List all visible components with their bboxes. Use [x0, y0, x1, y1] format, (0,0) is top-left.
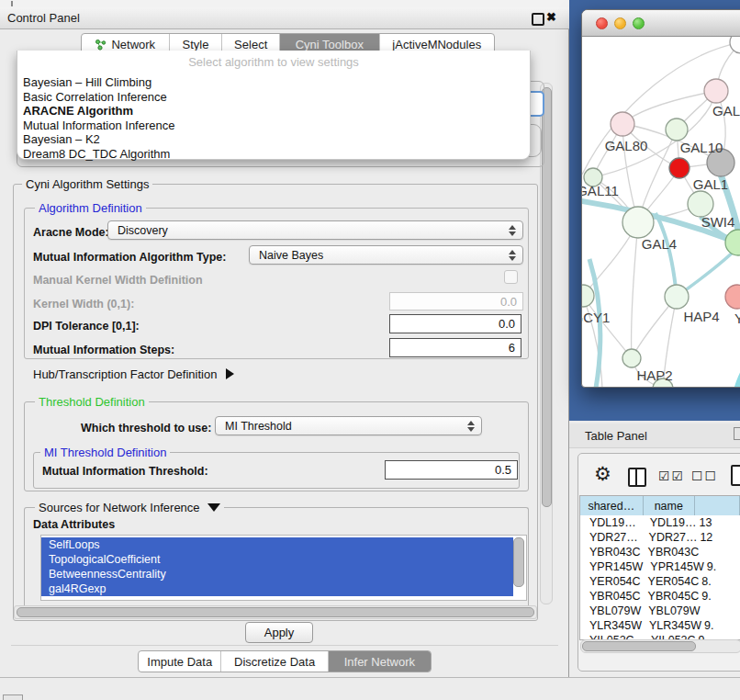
- node-label: GAL11: [582, 183, 619, 198]
- dropdown-item-basic-correlation[interactable]: Basic Correlation Inference: [17, 90, 530, 105]
- node-salmon[interactable]: [725, 285, 740, 309]
- minimize-traffic-light-icon[interactable]: [614, 17, 626, 29]
- tab-discretize-data[interactable]: Discretize Data: [221, 651, 328, 672]
- threshold-definition-title: Threshold Definition: [35, 395, 149, 409]
- table-panel-titlebar[interactable]: Table Panel: [569, 423, 740, 448]
- list-item[interactable]: gal4RGexp: [41, 581, 513, 596]
- panel-bottom-divider: [0, 677, 740, 678]
- node-hap2[interactable]: [622, 349, 641, 367]
- network-graph[interactable]: GAL GAL80 GAL10 GAL1 GAL11 SWI4 GAL4 GCY…: [582, 37, 740, 388]
- kernel-width-input[interactable]: 0.0: [389, 292, 523, 310]
- close-traffic-light-icon[interactable]: [596, 17, 608, 29]
- column-header-name[interactable]: name: [644, 496, 695, 515]
- mi-steps-label: Mutual Information Steps:: [33, 344, 174, 356]
- node-gal-partial[interactable]: [704, 79, 728, 103]
- dpi-tolerance-input[interactable]: 0.0: [389, 314, 521, 333]
- table-panel-float-icon[interactable]: [734, 427, 740, 440]
- table-row[interactable]: YBR045C YBR045C 9.: [580, 589, 740, 604]
- node-label: HAP4: [683, 309, 719, 324]
- node-selected-red[interactable]: [669, 158, 690, 178]
- table-row[interactable]: YBR043C YBR043C: [580, 545, 740, 559]
- table-row[interactable]: YPR145W YPR145W 9.: [580, 559, 740, 574]
- sources-group-title[interactable]: Sources for Network Inference: [35, 501, 224, 514]
- dropdown-item-bayesian-k2[interactable]: Bayesian – K2: [17, 132, 530, 147]
- cyni-settings-group-title: Cyni Algorithm Settings: [22, 177, 152, 191]
- which-threshold-label: Which threshold to use:: [81, 422, 211, 435]
- expand-down-icon: [207, 503, 220, 512]
- column-layout-icon[interactable]: [628, 468, 646, 487]
- node-label: Y: [734, 310, 740, 326]
- node-label: GCY1: [582, 310, 610, 325]
- attribute-table[interactable]: shared… name YDL19… YDL19… 13 YDR27… YDR…: [579, 495, 740, 640]
- node-top-partial[interactable]: [730, 37, 740, 53]
- network-window-titlebar[interactable]: [582, 10, 740, 37]
- data-attributes-list[interactable]: SelfLoops TopologicalCoefficient Between…: [40, 535, 527, 601]
- manual-kernel-label: Manual Kernel Width Definition: [33, 274, 203, 287]
- footer-mini-button[interactable]: [3, 694, 23, 700]
- network-icon: [95, 39, 107, 51]
- network-view-window[interactable]: GAL GAL80 GAL10 GAL1 GAL11 SWI4 GAL4 GCY…: [581, 9, 740, 388]
- stepper-icon: [467, 421, 475, 432]
- mi-type-label: Mutual Information Algorithm Type:: [33, 251, 226, 264]
- table-hscrollbar-thumb[interactable]: [582, 641, 696, 651]
- stepper-icon: [509, 250, 516, 261]
- control-panel-title: Control Panel: [7, 11, 80, 25]
- table-row[interactable]: YER054C YER054C 8.: [580, 574, 740, 589]
- gear-icon[interactable]: ⚙: [594, 463, 611, 485]
- table-row[interactable]: YBL079W YBL079W: [580, 604, 740, 618]
- control-panel-titlebar[interactable]: Control Panel: [0, 7, 569, 29]
- aracne-mode-select[interactable]: Discovery: [107, 220, 523, 240]
- node-label: HAP2: [636, 367, 672, 383]
- list-item[interactable]: SelfLoops: [41, 537, 513, 552]
- network-edges-strong: [582, 175, 740, 388]
- algorithm-definition-title: Algorithm Definition: [35, 201, 146, 215]
- node-label: GAL80: [605, 138, 648, 153]
- settings-hscrollbar-thumb[interactable]: [17, 607, 534, 617]
- manual-kernel-checkbox[interactable]: [504, 270, 518, 284]
- node-hap4[interactable]: [665, 285, 689, 309]
- dropdown-item-dream8[interactable]: Dream8 DC_TDC Algorithm: [17, 147, 530, 162]
- list-item[interactable]: BetweennessCentrality: [41, 567, 513, 581]
- float-icon[interactable]: [532, 13, 544, 26]
- node-gal1[interactable]: [688, 191, 713, 217]
- show-selected-columns-icon[interactable]: ☑☑: [658, 469, 685, 483]
- node-gal80[interactable]: [611, 112, 634, 136]
- dpi-tolerance-label: DPI Tolerance [0,1]:: [33, 320, 140, 333]
- network-labels: GAL GAL80 GAL10 GAL1 GAL11 SWI4 GAL4 GCY…: [582, 103, 740, 383]
- data-attributes-label: Data Attributes: [33, 518, 115, 531]
- table-row[interactable]: YDL19… YDL19… 13: [580, 515, 740, 530]
- attribute-list-scrollbar-thumb[interactable]: [513, 537, 524, 587]
- bottom-tabbar: Impute Data Discretize Data Infer Networ…: [138, 650, 432, 672]
- node-gal10[interactable]: [666, 119, 688, 141]
- tab-infer-network[interactable]: Infer Network: [329, 651, 431, 672]
- which-threshold-select[interactable]: MI Threshold: [215, 416, 482, 435]
- node-swi4[interactable]: [725, 230, 740, 255]
- node-gal4[interactable]: [622, 207, 654, 238]
- table-row[interactable]: YLR345W YLR345W 9.: [580, 618, 740, 633]
- close-icon[interactable]: ✖: [546, 10, 556, 24]
- expand-right-icon: [226, 368, 234, 379]
- mi-threshold-group-title: MI Threshold Definition: [40, 446, 170, 459]
- zoom-traffic-light-icon[interactable]: [633, 17, 645, 29]
- node-gcy1[interactable]: [582, 285, 594, 307]
- column-header-partial[interactable]: [695, 496, 740, 515]
- node-label: GAL10: [680, 140, 723, 155]
- column-header-shared-name[interactable]: shared…: [580, 496, 644, 515]
- table-row[interactable]: YDR27… YDR27… 12: [580, 530, 740, 545]
- algorithm-dropdown[interactable]: Select algorithm to view settings Bayesi…: [17, 51, 531, 160]
- dropdown-item-mutual-information[interactable]: Mutual Information Inference: [17, 119, 530, 133]
- hide-columns-icon[interactable]: ☐☐: [691, 469, 718, 483]
- tab-impute-data[interactable]: Impute Data: [139, 651, 221, 672]
- document-icon[interactable]: [731, 465, 740, 486]
- mi-threshold-input[interactable]: 0.5: [385, 460, 518, 480]
- aracne-mode-label: Aracne Mode:: [33, 226, 109, 239]
- mi-steps-input[interactable]: 6: [389, 338, 521, 357]
- apply-button[interactable]: Apply: [245, 622, 313, 643]
- tab-network-label: Network: [111, 38, 155, 51]
- list-item[interactable]: TopologicalCoefficient: [41, 552, 513, 567]
- dropdown-item-bayesian-hill[interactable]: Bayesian – Hill Climbing: [17, 75, 530, 90]
- mi-type-select[interactable]: Naive Bayes: [249, 245, 523, 265]
- kernel-width-label: Kernel Width (0,1):: [33, 298, 134, 310]
- hub-definition-expander[interactable]: Hub/Transcription Factor Definition: [33, 367, 234, 381]
- dropdown-item-aracne[interactable]: ARACNE Algorithm: [17, 104, 530, 119]
